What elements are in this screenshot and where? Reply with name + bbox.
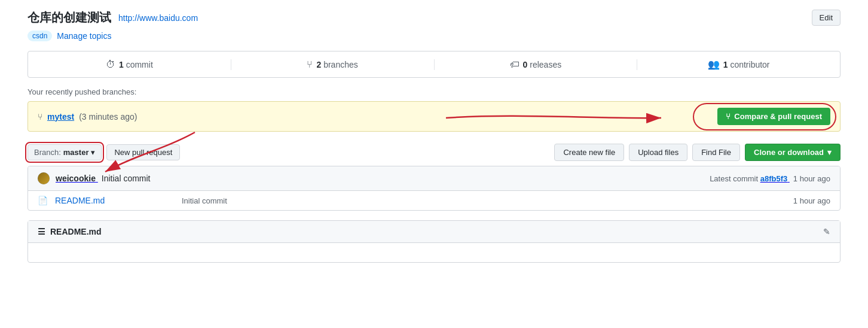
commit-info: weicookie Initial commit	[56, 174, 704, 183]
clone-download-button[interactable]: Clone or download ▾	[745, 144, 841, 161]
csdn-topic-tag[interactable]: csdn	[27, 31, 52, 41]
toolbar-right: Create new file Upload files Find File C…	[554, 144, 841, 161]
releases-icon: 🏷	[510, 59, 519, 70]
file-time: 1 hour ago	[793, 196, 830, 205]
branch-selector-name: master	[63, 148, 89, 157]
releases-link[interactable]: 0 releases	[523, 60, 562, 69]
avatar-image	[38, 172, 50, 184]
file-name-link[interactable]: README.md	[55, 196, 175, 205]
manage-topics-link[interactable]: Manage topics	[57, 31, 111, 41]
contributors-icon: 👥	[708, 59, 720, 70]
readme-list-icon: ☰	[38, 227, 45, 236]
file-commit-message: Initial commit	[182, 196, 786, 205]
stats-bar: ⏱ 1 commit ⑂ 2 branches 🏷 0 releases 👥 1	[27, 51, 841, 78]
branch-notification: ⑂ mytest (3 minutes ago) ⑂ Compare & pul…	[27, 101, 841, 132]
new-pull-request-button[interactable]: New pull request	[106, 144, 180, 160]
chevron-down-icon-clone: ▾	[827, 148, 832, 157]
compare-pr-button[interactable]: ⑂ Compare & pull request	[717, 108, 830, 125]
commit-message-text: Initial commit	[102, 174, 151, 183]
readme-title: ☰ README.md	[38, 227, 102, 236]
clone-download-label: Clone or download	[754, 148, 824, 157]
compare-pr-icon: ⑂	[726, 112, 731, 121]
chevron-down-icon: ▾	[91, 148, 95, 157]
readme-edit-icon[interactable]: ✎	[823, 227, 830, 236]
branch-selector[interactable]: Branch: master ▾	[27, 144, 102, 160]
file-icon: 📄	[38, 196, 48, 205]
upload-files-button[interactable]: Upload files	[629, 144, 687, 161]
topics-row: csdn Manage topics	[27, 31, 841, 41]
recently-pushed-label: Your recently pushed branches:	[27, 87, 841, 96]
latest-commit-label: Latest commit	[710, 174, 758, 183]
latest-commit-row: weicookie Initial commit Latest commit a…	[28, 166, 840, 191]
releases-stat[interactable]: 🏷 0 releases	[435, 59, 638, 70]
repo-title: 仓库的创建测试	[27, 10, 111, 26]
commit-meta: Latest commit a8fb5f3 1 hour ago	[710, 174, 830, 183]
commits-stat[interactable]: ⏱ 1 commit	[28, 59, 231, 70]
readme-header: ☰ README.md ✎	[28, 221, 840, 243]
commits-icon: ⏱	[106, 59, 115, 70]
find-file-button[interactable]: Find File	[692, 144, 740, 161]
compare-pr-wrapper: ⑂ Compare & pull request	[717, 108, 830, 125]
branch-time: (3 minutes ago)	[79, 112, 137, 122]
branch-selector-label: Branch:	[34, 148, 61, 157]
branch-selector-wrapper: Branch: master ▾	[27, 144, 102, 160]
edit-button[interactable]: Edit	[812, 10, 841, 26]
commit-time: 1 hour ago	[793, 174, 830, 183]
branch-notification-wrapper: ⑂ mytest (3 minutes ago) ⑂ Compare & pul…	[27, 101, 841, 132]
branches-stat[interactable]: ⑂ 2 branches	[231, 59, 435, 70]
commit-avatar	[38, 172, 50, 184]
toolbar-left: Branch: master ▾ New pull request	[27, 144, 180, 160]
branches-icon: ⑂	[307, 59, 313, 70]
repo-title-section: 仓库的创建测试 http://www.baidu.com	[27, 10, 198, 26]
create-new-file-button[interactable]: Create new file	[554, 144, 624, 161]
commits-link[interactable]: 1 commit	[119, 60, 153, 69]
readme-section: ☰ README.md ✎	[27, 220, 841, 263]
table-row: 📄 README.md Initial commit 1 hour ago	[28, 191, 840, 210]
commit-hash-link[interactable]: a8fb5f3	[760, 174, 790, 183]
files-table: weicookie Initial commit Latest commit a…	[27, 166, 841, 211]
branch-name-link[interactable]: mytest	[47, 112, 74, 122]
commit-author-link[interactable]: weicookie	[56, 174, 98, 183]
contributors-link[interactable]: 1 contributor	[723, 60, 770, 69]
toolbar-row: Branch: master ▾ New pull request Create…	[27, 139, 841, 166]
readme-body	[28, 243, 840, 262]
branch-git-icon: ⑂	[38, 112, 42, 122]
repo-header: 仓库的创建测试 http://www.baidu.com Edit	[27, 10, 841, 26]
contributors-stat[interactable]: 👥 1 contributor	[637, 59, 840, 70]
branch-notif-left: ⑂ mytest (3 minutes ago)	[38, 112, 137, 122]
repo-url-link[interactable]: http://www.baidu.com	[118, 13, 198, 23]
branches-link[interactable]: 2 branches	[316, 60, 357, 69]
